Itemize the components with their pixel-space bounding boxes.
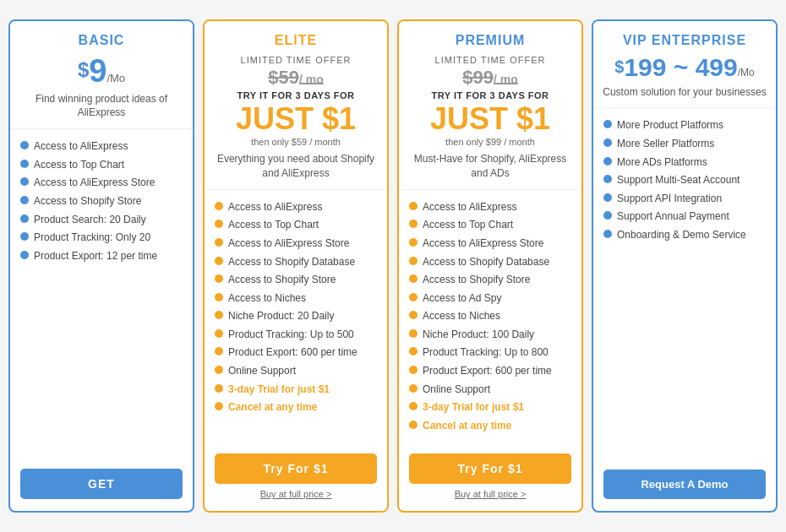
- elite-limited-time: LIMITED TIME OFFER: [213, 55, 379, 65]
- bullet-icon: [215, 347, 223, 356]
- feature-text: Product Export: 600 per time: [423, 365, 552, 378]
- feature-text: Online Support: [228, 365, 296, 378]
- list-item: Access to Shopify Store: [409, 271, 571, 290]
- feature-text: Access to Top Chart: [34, 159, 124, 172]
- basic-footer: GET: [10, 459, 193, 511]
- premium-limited-time: LIMITED TIME OFFER: [407, 55, 573, 65]
- basic-cta-button[interactable]: GET: [20, 469, 183, 499]
- list-item: Access to AliExpress Store: [409, 235, 571, 253]
- bullet-icon: [20, 160, 29, 168]
- list-item: Access to Ad Spy: [409, 290, 571, 308]
- feature-text: Access to Shopify Database: [423, 256, 549, 269]
- bullet-icon: [20, 251, 29, 259]
- bullet-icon: [409, 329, 418, 338]
- vip-body: More Product Platforms More Seller Platf…: [593, 108, 776, 459]
- vip-plan-name: VIP Enterprise: [602, 33, 767, 48]
- elite-cta-button[interactable]: Try For $1: [215, 453, 377, 484]
- feature-text: Support Annual Payment: [617, 210, 729, 224]
- feature-text: Product Export: 600 per time: [228, 346, 358, 360]
- feature-text: Onboarding & Demo Service: [617, 229, 746, 242]
- list-item: Support Annual Payment: [603, 208, 766, 226]
- elite-orig-price-value: $59: [268, 67, 299, 88]
- elite-plan-name: ELITE: [213, 33, 379, 48]
- feature-text: Access to Niches: [228, 292, 306, 306]
- bullet-icon: [215, 257, 223, 265]
- elite-try-text: TRY IT FOR 3 DAYS FOR: [213, 90, 379, 100]
- premium-plan-name: PREMIUM: [407, 33, 573, 48]
- feature-text: Support API Integration: [617, 193, 722, 206]
- feature-text: Access to AliExpress Store: [423, 237, 543, 251]
- feature-text: Product Tracking: Up to 500: [228, 328, 354, 342]
- bullet-icon: [215, 293, 223, 301]
- list-item: Access to Top Chart: [20, 156, 183, 175]
- feature-text: Support Multi-Seat Account: [617, 174, 740, 187]
- elite-body: Access to AliExpress Access to Top Chart…: [205, 190, 387, 444]
- list-item: Access to AliExpress: [20, 138, 183, 156]
- list-item: Product Search: 20 Daily: [20, 211, 183, 230]
- bullet-icon: [20, 141, 29, 149]
- bullet-icon: [409, 257, 418, 265]
- elite-orig-per-mo: / mo: [299, 73, 324, 86]
- list-item: Support API Integration: [603, 190, 766, 209]
- vip-per-mo: /Mo: [738, 67, 755, 79]
- list-item: Access to Niches: [215, 290, 377, 308]
- elite-header: ELITE LIMITED TIME OFFER $59/ mo TRY IT …: [205, 21, 387, 190]
- feature-text: Online Support: [423, 383, 490, 397]
- elite-buy-link[interactable]: Buy at full price >: [215, 489, 377, 499]
- list-item: Product Tracking: Up to 500: [215, 326, 377, 345]
- list-item: Access to Shopify Store: [20, 193, 183, 211]
- plan-elite: ELITE LIMITED TIME OFFER $59/ mo TRY IT …: [203, 19, 389, 513]
- list-item: Product Export: 12 per time: [20, 247, 183, 266]
- list-item: Product Export: 600 per time: [409, 362, 571, 381]
- feature-text: Product Export: 12 per time: [34, 250, 157, 263]
- feature-text: Access to AliExpress Store: [34, 176, 155, 190]
- elite-feature-list: Access to AliExpress Access to Top Chart…: [215, 198, 377, 436]
- list-item: Access to Shopify Database: [215, 253, 377, 272]
- feature-text-highlight: Cancel at any time: [228, 401, 317, 415]
- feature-text: More Seller Platforms: [617, 138, 714, 151]
- list-item: Product Tracking: Up to 800: [409, 344, 571, 362]
- list-item: More Product Platforms: [603, 117, 766, 135]
- bullet-icon: [20, 196, 29, 204]
- feature-text: Product Tracking: Up to 800: [423, 346, 549, 360]
- elite-just-price: JUST $1: [213, 102, 379, 136]
- plan-vip: VIP Enterprise $199 ~ 499/Mo Custom solu…: [592, 19, 778, 513]
- list-item: Support Multi-Seat Account: [603, 171, 766, 190]
- premium-just-price: JUST $1: [407, 102, 573, 136]
- feature-text: More ADs Platforms: [617, 156, 707, 170]
- premium-buy-link[interactable]: Buy at full price >: [409, 489, 571, 499]
- list-item: Online Support: [409, 381, 571, 399]
- plan-premium: PREMIUM LIMITED TIME OFFER $99/ mo TRY I…: [397, 19, 583, 513]
- basic-plan-name: BASIC: [19, 33, 184, 48]
- premium-cta-button[interactable]: Try For $1: [409, 453, 571, 484]
- vip-header: VIP Enterprise $199 ~ 499/Mo Custom solu…: [593, 21, 776, 109]
- bullet-icon: [215, 366, 223, 374]
- bullet-icon: [215, 329, 223, 338]
- bullet-icon: [215, 238, 223, 247]
- basic-dollar-sign: $: [78, 60, 89, 80]
- plan-basic: BASIC $9/Mo Find winning product ideas o…: [8, 19, 194, 513]
- basic-description: Find winning product ideas of AliExpress: [19, 92, 184, 121]
- feature-text: Access to Shopify Store: [228, 274, 336, 287]
- premium-header: PREMIUM LIMITED TIME OFFER $99/ mo TRY I…: [399, 21, 581, 190]
- list-item: More ADs Platforms: [603, 154, 766, 172]
- vip-description: Custom solution for your businesses: [602, 85, 767, 100]
- list-item: Access to Top Chart: [215, 216, 377, 235]
- feature-text: Access to Ad Spy: [423, 292, 501, 306]
- bullet-icon: [20, 177, 29, 186]
- feature-text: Access to AliExpress Store: [228, 237, 349, 251]
- feature-text: Access to AliExpress: [34, 140, 128, 154]
- feature-text: Niche Product: 100 Daily: [423, 328, 534, 342]
- list-item: Access to Niches: [409, 307, 571, 326]
- basic-price: $9/Mo: [19, 55, 184, 87]
- vip-cta-button[interactable]: Request A Demo: [603, 470, 766, 499]
- feature-text: Access to Niches: [423, 310, 500, 323]
- bullet-icon: [603, 175, 612, 183]
- vip-footer: Request A Demo: [593, 459, 776, 511]
- feature-text: Niche Product: 20 Daily: [228, 310, 334, 323]
- bullet-icon: [20, 232, 29, 241]
- list-item: Cancel at any time: [215, 399, 377, 417]
- list-item: Access to AliExpress: [215, 198, 377, 217]
- bullet-icon: [409, 274, 418, 283]
- elite-description: Everything you need about Shopify and Al…: [213, 152, 379, 181]
